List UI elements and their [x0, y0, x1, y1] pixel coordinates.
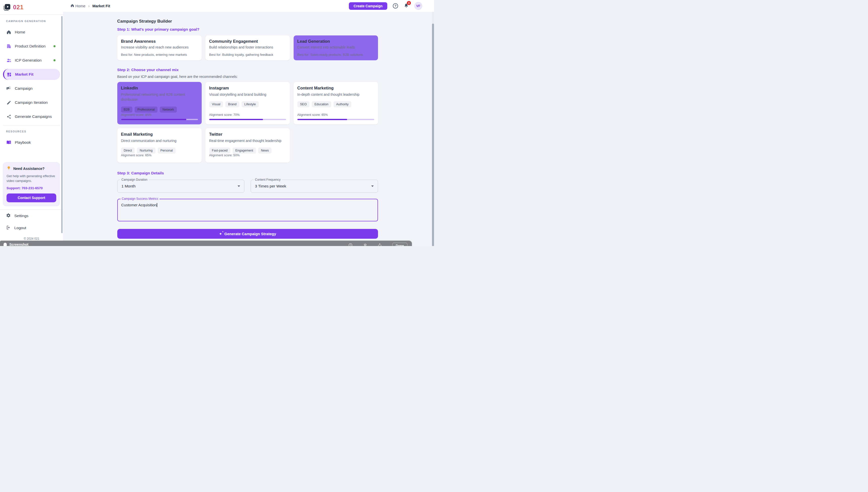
sidebar-item-label: Home: [15, 30, 25, 34]
breadcrumb: Home › Market Fit: [70, 0, 110, 12]
channel-tag: Network: [160, 106, 177, 113]
gear-icon: [6, 213, 11, 219]
channel-tag: Engagement: [233, 148, 256, 153]
channel-card-email-marketing[interactable]: Email Marketing Direct communication and…: [117, 128, 202, 163]
sidebar-item-campaign[interactable]: Campaign: [3, 83, 60, 94]
book-icon: [6, 140, 11, 145]
assistance-body: Get help with generating effective video…: [6, 174, 56, 183]
megaphone-icon: [6, 86, 11, 91]
channel-card-instagram[interactable]: Instagram Visual storytelling and brand …: [205, 82, 290, 124]
bell-icon: [404, 4, 409, 9]
alignment-score-label: Alignment score: 50%: [209, 153, 286, 157]
help-icon[interactable]: ?: [393, 3, 398, 8]
goal-best-for: Best for: Sales-ready products, B2B solu…: [297, 53, 374, 56]
channel-tag: Education: [312, 101, 331, 107]
nav-section-label: CAMPAIGN GENERATION: [6, 20, 60, 23]
channel-card-twitter[interactable]: Twitter Real-time engagement and thought…: [205, 128, 290, 163]
done-button[interactable]: Done: [392, 243, 408, 246]
people-icon: [6, 57, 11, 63]
channel-description: Direct communication and nurturing: [121, 138, 198, 143]
trash-icon[interactable]: [363, 243, 367, 246]
home-icon: [70, 3, 74, 8]
sidebar-item-product-definition[interactable]: Product Definition: [3, 41, 60, 52]
settings-item[interactable]: Settings: [3, 211, 60, 221]
channel-cards: LinkedIn Professional networking and B2B…: [117, 82, 378, 163]
app-logo[interactable]: 021: [0, 0, 63, 15]
sidebar-item-label: Product Definition: [15, 44, 46, 49]
channel-description: Real-time engagement and thought leaders…: [209, 138, 286, 143]
sidebar-item-icp-generation[interactable]: ICP Generation: [3, 55, 60, 66]
content-frequency-label: Content Frequency: [254, 178, 282, 181]
goal-card-lead-generation[interactable]: Lead Generation Convert interest into ac…: [293, 35, 378, 60]
generate-campaign-strategy-button[interactable]: ✦✦ Generate Campaign Strategy: [117, 229, 378, 239]
channel-tag: Direct: [121, 148, 135, 153]
channel-description: Visual storytelling and brand building: [209, 92, 286, 97]
sidebar-item-playbook[interactable]: Playbook: [3, 137, 60, 148]
sidebar-item-home[interactable]: Home: [3, 27, 60, 38]
sidebar-item-generate-campaigns[interactable]: Generate Campaigns: [3, 111, 60, 122]
goal-card-brand-awareness[interactable]: Brand Awareness Increase visibility and …: [117, 35, 202, 60]
avatar[interactable]: VF: [414, 2, 422, 10]
share-nodes-icon: [6, 114, 11, 119]
channel-tag: Nurturing: [137, 148, 155, 153]
channel-tag: Professional: [135, 106, 157, 113]
sidebar: 021 CAMPAIGN GENERATION Home Product Def…: [0, 0, 63, 246]
goal-card-community-engagement[interactable]: Community Engagement Build relationships…: [205, 35, 290, 60]
breadcrumb-current: Market Fit: [93, 4, 110, 8]
notifications-bell[interactable]: 3: [404, 3, 409, 9]
page-title: Campaign Strategy Builder: [117, 19, 378, 24]
content-frequency-value: 3 Times per Week: [255, 184, 286, 189]
sidebar-divider: [0, 209, 63, 210]
create-campaign-button[interactable]: Create Campaign: [349, 2, 387, 10]
channel-card-linkedin[interactable]: LinkedIn Professional networking and B2B…: [117, 82, 202, 124]
content-frequency-select[interactable]: Content Frequency 3 Times per Week: [251, 180, 378, 193]
sidebar-item-label: Campaign: [15, 86, 33, 91]
history-icon[interactable]: [348, 243, 353, 246]
campaign-duration-value: 1 Month: [122, 184, 136, 189]
assistance-support-phone[interactable]: Support: 703-231-6570: [6, 186, 56, 190]
sidebar-item-label: Campaign Iteration: [15, 100, 48, 105]
campaign-success-metrics-textarea[interactable]: Campaign Success Metrics Customer Acquis…: [117, 199, 378, 221]
logout-item[interactable]: Logout: [3, 223, 60, 233]
channel-name: Content Marketing: [297, 86, 374, 91]
contact-support-button[interactable]: Contact Support: [6, 194, 56, 202]
app-logo-text: 021: [13, 4, 24, 11]
campaign-duration-label: Campaign Duration: [120, 178, 149, 181]
sidebar-item-label: Playbook: [15, 140, 31, 145]
need-assistance-card: Need Assistance? Get help with generatin…: [3, 162, 60, 206]
top-header: Home › Market Fit Create Campaign ? 3 VF: [63, 0, 434, 12]
sidebar-scrollbar[interactable]: [61, 16, 62, 233]
screenshot-app-label: Screenshot: [9, 243, 28, 246]
window-scrollbar-thumb[interactable]: [432, 24, 434, 246]
dropdown-arrow-icon: [237, 186, 240, 187]
alignment-score-label: Alignment score: 65%: [121, 153, 198, 157]
channel-tag: Visual: [209, 101, 223, 107]
channel-description: In-depth content and thought leadership: [297, 92, 374, 97]
breadcrumb-home-link[interactable]: Home: [70, 3, 85, 8]
assistance-title: Need Assistance?: [13, 167, 45, 171]
text-cursor: [157, 203, 157, 207]
share-icon[interactable]: [378, 243, 382, 246]
video-library-icon: [4, 4, 10, 10]
channel-tag: Personal: [158, 148, 176, 153]
channel-tag: Brand: [225, 101, 239, 107]
campaign-duration-select[interactable]: Campaign Duration 1 Month: [117, 180, 245, 193]
dashboard-grid-icon: [6, 72, 12, 77]
screenshot-toolbar: Screenshot Done: [0, 241, 412, 246]
step2-heading: Step 2: Choose your channel mix: [117, 68, 378, 72]
logout-icon: [6, 225, 11, 231]
sparkle-icon: ✦✦: [219, 232, 222, 236]
alignment-score-label: Alignment score: 65%: [297, 113, 374, 117]
sidebar-item-label: ICP Generation: [15, 58, 42, 63]
main-content: Campaign Strategy Builder Step 1: What's…: [63, 12, 432, 246]
pencil-icon: [6, 100, 11, 105]
channel-card-content-marketing[interactable]: Content Marketing In-depth content and t…: [293, 82, 378, 124]
sidebar-item-market-fit[interactable]: Market Fit: [3, 69, 60, 80]
copyright: © 2024 021: [0, 237, 63, 241]
goal-best-for: Best for: Building loyalty, gathering fe…: [209, 53, 286, 56]
campaign-success-metrics-value: Customer Acquisition: [121, 203, 157, 207]
sidebar-item-label: Market Fit: [15, 72, 33, 77]
goal-description: Increase visibility and reach new audien…: [121, 45, 198, 49]
channel-tag: Fast-paced: [209, 148, 231, 153]
sidebar-item-campaign-iteration[interactable]: Campaign Iteration: [3, 97, 60, 108]
